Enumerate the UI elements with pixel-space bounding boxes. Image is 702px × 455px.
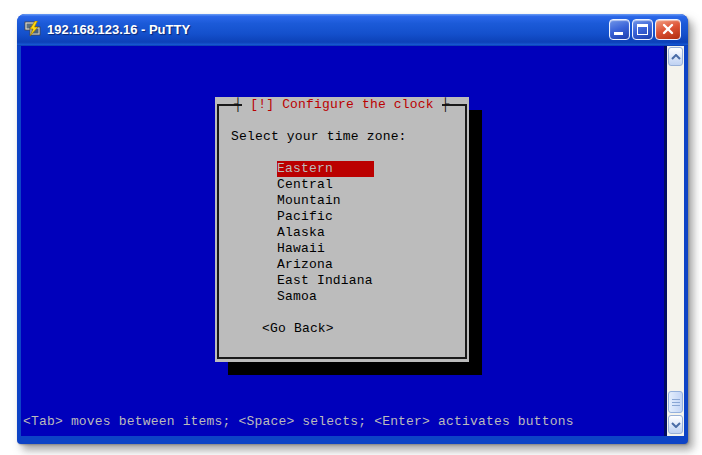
scroll-down-button[interactable] [668, 415, 683, 434]
terminal-scrollbar[interactable] [664, 46, 684, 436]
putty-icon [24, 21, 42, 37]
close-icon [656, 20, 680, 39]
status-line: <Tab> moves between items; <Space> selec… [23, 414, 574, 430]
timezone-option-alaska[interactable]: Alaska [277, 225, 374, 241]
timezone-option-east-indiana[interactable]: East Indiana [277, 273, 374, 289]
scrollbar-thumb[interactable] [668, 391, 683, 413]
timezone-option-arizona[interactable]: Arizona [277, 257, 374, 273]
timezone-option-hawaii[interactable]: Hawaii [277, 241, 374, 257]
timezone-list: Eastern Central Mountain Pacific Alaska … [277, 161, 374, 305]
putty-window: 192.168.123.16 - PuTTY [17, 14, 688, 444]
timezone-option-eastern[interactable]: Eastern [277, 161, 374, 177]
dialog-prompt: Select your time zone: [231, 129, 407, 145]
scroll-up-button[interactable] [668, 47, 683, 66]
minimize-button[interactable] [609, 19, 630, 40]
dialog-title-text: [!] Configure the clock [242, 97, 442, 112]
window-controls [609, 19, 681, 40]
timezone-option-pacific[interactable]: Pacific [277, 209, 374, 225]
title-left-bracket: ┤ [234, 97, 242, 112]
thumb-grip [672, 402, 680, 403]
timezone-option-mountain[interactable]: Mountain [277, 193, 374, 209]
thumb-grip [672, 405, 680, 406]
go-back-button[interactable]: <Go Back> [262, 321, 334, 337]
close-button[interactable] [655, 19, 681, 40]
maximize-button[interactable] [632, 19, 653, 40]
window-title: 192.168.123.16 - PuTTY [47, 22, 604, 37]
chevron-up-icon [671, 54, 681, 60]
title-right-bracket: ├ [442, 97, 450, 112]
dialog-title: ┤[!] Configure the clock├ [215, 97, 469, 113]
titlebar[interactable]: 192.168.123.16 - PuTTY [17, 14, 688, 46]
terminal-client-area: ┤[!] Configure the clock├ Select your ti… [21, 46, 684, 436]
minimize-icon [614, 32, 623, 35]
timezone-option-samoa[interactable]: Samoa [277, 289, 374, 305]
terminal-screen[interactable]: ┤[!] Configure the clock├ Select your ti… [21, 46, 664, 436]
chevron-down-icon [671, 422, 681, 428]
thumb-grip [672, 399, 680, 400]
maximize-icon [637, 24, 648, 35]
configure-clock-dialog: ┤[!] Configure the clock├ Select your ti… [215, 97, 469, 362]
timezone-option-central[interactable]: Central [277, 177, 374, 193]
